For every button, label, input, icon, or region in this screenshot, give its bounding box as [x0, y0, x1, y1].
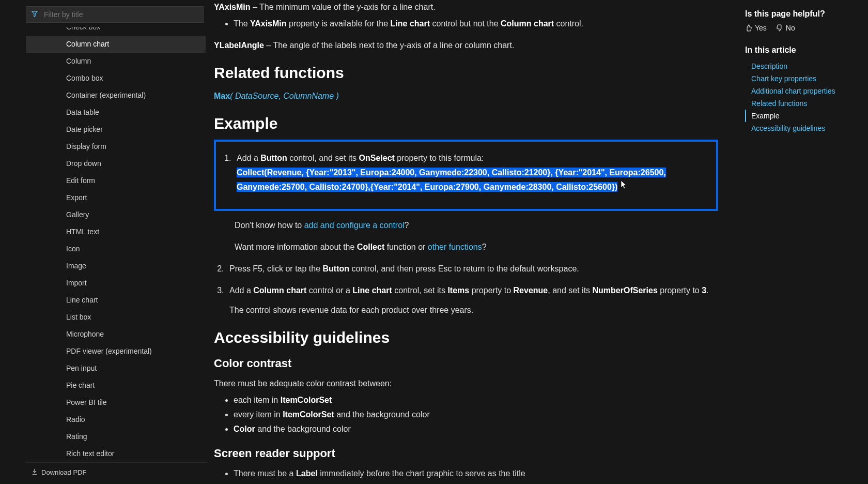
nav-item[interactable]: Combo box: [26, 70, 206, 87]
download-pdf-label: Download PDF: [41, 468, 86, 476]
link-add-configure-control[interactable]: add and configure a control: [304, 221, 405, 230]
highlight-box: Add a Button control, and set its OnSele…: [214, 140, 718, 211]
example-dontknow: Don't know how to add and configure a co…: [235, 218, 718, 233]
toc-item[interactable]: Related functions: [745, 97, 853, 110]
helpful-no[interactable]: No: [776, 24, 795, 32]
example-step-2: Press F5, click or tap the Button contro…: [226, 262, 718, 276]
toc-item[interactable]: Example: [745, 110, 853, 122]
filter-input[interactable]: [26, 6, 204, 23]
sidebar: Check boxColumn chartColumnCombo boxCont…: [0, 0, 208, 484]
download-icon: [31, 468, 38, 477]
nav-item[interactable]: Edit form: [26, 172, 206, 189]
toc-item[interactable]: Accessibility guidelines: [745, 122, 853, 134]
nav-list[interactable]: Check boxColumn chartColumnCombo boxCont…: [26, 27, 208, 462]
nav-item[interactable]: Drop down: [26, 155, 206, 172]
svg-marker-0: [32, 11, 38, 17]
nav-item[interactable]: Pen input: [26, 360, 206, 377]
nav-item[interactable]: List box: [26, 309, 206, 326]
nav-item[interactable]: Pie chart: [26, 377, 206, 394]
property-ylabelangle: YLabelAngle – The angle of the labels ne…: [214, 38, 718, 53]
nav-item[interactable]: Line chart: [26, 292, 206, 309]
nav-item[interactable]: Rating: [26, 428, 206, 445]
color-contrast-intro: There must be adequate color contrast be…: [214, 376, 718, 391]
thumbs-down-icon: [776, 24, 783, 32]
nav-item[interactable]: Radio: [26, 411, 206, 428]
helpful-yes[interactable]: Yes: [745, 24, 767, 32]
link-onselect[interactable]: OnSelect: [359, 154, 395, 162]
nav-item[interactable]: Check box: [26, 27, 206, 36]
nav-item[interactable]: Gallery: [26, 206, 206, 223]
nav-item[interactable]: Rich text editor: [26, 445, 206, 462]
nav-item[interactable]: Data table: [26, 104, 206, 121]
link-max[interactable]: Max: [214, 92, 230, 100]
link-collect[interactable]: Collect: [357, 243, 384, 251]
heading-color-contrast: Color contrast: [214, 357, 718, 370]
heading-screen-reader: Screen reader support: [214, 447, 718, 460]
contrast-item-1: each item in ItemColorSet: [234, 393, 718, 407]
nav-item[interactable]: HTML text: [26, 223, 206, 240]
nav-item[interactable]: Export: [26, 189, 206, 206]
example-moreinfo: Want more information about the Collect …: [235, 240, 718, 254]
heading-related-functions: Related functions: [214, 64, 718, 82]
nav-item[interactable]: Column: [26, 53, 206, 70]
nav-item[interactable]: Power BI tile: [26, 394, 206, 411]
nav-item[interactable]: Date picker: [26, 121, 206, 138]
in-this-article-heading: In this article: [745, 46, 853, 55]
helpful-heading: Is this page helpful?: [745, 9, 853, 19]
nav-item[interactable]: Icon: [26, 240, 206, 258]
link-color[interactable]: Color: [234, 425, 255, 433]
nav-item[interactable]: PDF viewer (experimental): [26, 343, 206, 360]
contrast-item-2: every item in ItemColorSet and the backg…: [234, 407, 718, 422]
heading-example: Example: [214, 115, 718, 132]
link-other-functions[interactable]: other functions: [428, 243, 482, 251]
nav-item[interactable]: Image: [26, 258, 206, 275]
article-body: YAxisMin – The minimum value of the y-ax…: [208, 0, 739, 484]
nav-item[interactable]: Display form: [26, 138, 206, 155]
example-formula: Collect(Revenue, {Year:"2013", Europa:24…: [237, 168, 666, 192]
toc-list: DescriptionChart key propertiesAdditiona…: [745, 60, 853, 134]
toc-item[interactable]: Chart key properties: [745, 72, 853, 85]
thumbs-up-icon: [745, 24, 752, 32]
link-label[interactable]: Label: [296, 469, 318, 478]
heading-accessibility: Accessibility guidelines: [214, 329, 718, 346]
toc-item[interactable]: Description: [745, 60, 853, 72]
property-yaxismin: YAxisMin – The minimum value of the y-ax…: [214, 0, 718, 14]
link-button-control[interactable]: Button: [260, 154, 287, 162]
example-step-3: Add a Column chart control or a Line cha…: [226, 283, 718, 317]
example-step-1: Add a Button control, and set its OnSele…: [234, 151, 710, 194]
download-pdf[interactable]: Download PDF: [26, 462, 208, 484]
yaxismin-note: The YAxisMin property is available for t…: [234, 17, 718, 31]
nav-item[interactable]: Microphone: [26, 326, 206, 343]
link-button-control-2[interactable]: Button: [323, 264, 350, 273]
filter-box: [26, 6, 204, 23]
contrast-item-3: Color and the background color: [234, 422, 718, 436]
nav-item[interactable]: Import: [26, 275, 206, 292]
right-column: Is this page helpful? Yes No In this art…: [739, 0, 868, 484]
link-items[interactable]: Items: [447, 286, 469, 295]
filter-icon: [31, 10, 38, 19]
helpful-row: Yes No: [745, 24, 853, 32]
cursor-icon: [621, 180, 628, 189]
nav-item[interactable]: Container (experimental): [26, 87, 206, 104]
related-fn-max: Max( DataSource, ColumnName ): [214, 89, 718, 103]
toc-item[interactable]: Additional chart properties: [745, 85, 853, 97]
sr-item-1: There must be a Label immediately before…: [234, 466, 718, 481]
nav-item[interactable]: Column chart: [26, 36, 206, 53]
